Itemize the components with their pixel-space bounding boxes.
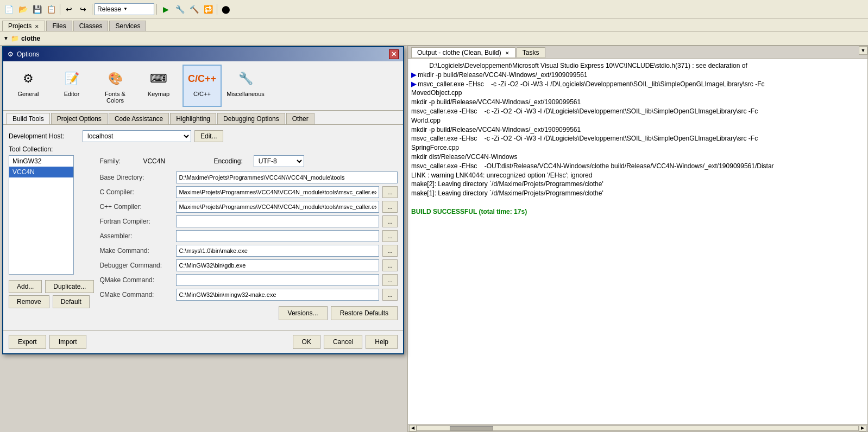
add-button[interactable]: Add... — [9, 280, 42, 293]
versions-button[interactable]: Versions... — [279, 306, 328, 320]
fortran-compiler-browse[interactable]: ... — [382, 215, 398, 227]
output-tabs: Output - clothe (Clean, Build) ✕ Tasks — [411, 47, 545, 58]
tab-files-label: Files — [52, 22, 66, 30]
export-button[interactable]: Export — [9, 335, 46, 349]
family-value: VCC4N — [143, 157, 186, 165]
fortran-compiler-input[interactable] — [176, 215, 379, 227]
duplicate-button[interactable]: Duplicate... — [45, 280, 94, 293]
output-tab-tasks[interactable]: Tasks — [517, 47, 545, 58]
import-button[interactable]: Import — [49, 335, 86, 349]
tab-projects[interactable]: Projects ✕ — [2, 21, 45, 31]
encoding-select[interactable]: UTF-8 UTF-16 ISO-8859-1 — [254, 155, 304, 167]
separator-4 — [217, 4, 217, 15]
output-line-2: ▶ mkdir -p build/Release/VCC4N-Windows/_… — [411, 71, 864, 80]
tab-services[interactable]: Services — [109, 21, 146, 31]
vcc4n-label: VCC4N — [12, 168, 35, 176]
options-icons-row: ⚙ General 📝 Editor 🎨 Fonts & Colors ⌨ Ke… — [3, 61, 403, 111]
tool-collection-label: Tool Collection: — [9, 145, 53, 153]
options-keymap[interactable]: ⌨ Keymap — [139, 65, 178, 107]
cpp-compiler-browse[interactable]: ... — [382, 201, 398, 213]
tab-classes[interactable]: Classes — [73, 21, 109, 31]
assembler-browse[interactable]: ... — [382, 230, 398, 242]
chevron-down-icon: ▼ — [123, 7, 128, 11]
c-compiler-input[interactable] — [176, 186, 379, 198]
close-button[interactable]: ✕ — [389, 49, 399, 59]
output-line-14: make[2]: Leaving directory `/d/Maxime/Pr… — [411, 180, 864, 189]
tab-highlighting[interactable]: Highlighting — [170, 113, 216, 124]
tab-code-assistance[interactable]: Code Assistance — [109, 113, 169, 124]
tab-debugging-options[interactable]: Debugging Options — [217, 113, 285, 124]
restore-defaults-button[interactable]: Restore Defaults — [331, 306, 398, 320]
separator-2 — [92, 4, 92, 15]
cmake-command-input[interactable] — [176, 289, 379, 301]
dev-host-select[interactable]: localhost — [83, 130, 191, 142]
options-fonts-colors[interactable]: 🎨 Fonts & Colors — [96, 65, 135, 107]
default-button[interactable]: Default — [53, 295, 90, 308]
scroll-left-button[interactable]: ◀ — [409, 425, 417, 431]
debug-button[interactable]: 🔧 — [173, 3, 186, 16]
tool-vcc4n[interactable]: VCC4N — [9, 167, 73, 177]
redo-button[interactable]: ↪ — [77, 3, 90, 16]
separator-1 — [60, 4, 60, 15]
options-title: Options — [17, 50, 39, 58]
undo-button[interactable]: ↩ — [62, 3, 76, 16]
tool-mingw32[interactable]: MinGW32 — [9, 156, 73, 167]
base-directory-row: Base Directory: — [99, 171, 398, 183]
make-command-input[interactable] — [176, 245, 379, 257]
output-header: Output - clothe (Clean, Build) ✕ Tasks — [408, 46, 867, 59]
build-button[interactable]: 🔨 — [187, 3, 200, 16]
horizontal-scrollbar[interactable] — [417, 425, 859, 431]
output-tab-build[interactable]: Output - clothe (Clean, Build) ✕ — [411, 47, 515, 58]
keymap-icon: ⌨ — [148, 68, 169, 90]
minimize-button[interactable]: ▼ — [859, 46, 867, 55]
options-misc[interactable]: 🔧 Miscellaneous — [226, 65, 265, 107]
project-name: clothe — [21, 35, 40, 42]
code-assistance-label: Code Assistance — [115, 115, 163, 123]
tab-projects-icon: ✕ — [35, 24, 39, 29]
scroll-right-button[interactable]: ▶ — [859, 425, 866, 431]
ok-button[interactable]: OK — [293, 335, 320, 349]
misc-label: Miscellaneous — [227, 91, 265, 97]
save-button[interactable]: 💾 — [30, 3, 43, 16]
save-all-button[interactable]: 📋 — [45, 3, 58, 16]
options-editor[interactable]: 📝 Editor — [52, 65, 91, 107]
qmake-command-input[interactable] — [176, 274, 379, 286]
tab-files[interactable]: Files — [46, 21, 72, 31]
assembler-input[interactable] — [176, 230, 379, 242]
output-header-left: Output - clothe (Clean, Build) ✕ Tasks — [411, 47, 545, 58]
cancel-button[interactable]: Cancel — [324, 335, 362, 349]
editor-label: Editor — [64, 91, 80, 97]
project-icon: 📁 — [11, 35, 19, 42]
edit-button[interactable]: Edit... — [194, 130, 223, 142]
tab-build-tools[interactable]: Build Tools — [7, 113, 50, 124]
output-tab-build-label: Output - clothe (Clean, Build) — [417, 49, 501, 56]
base-directory-input[interactable] — [176, 171, 398, 183]
debugger-command-browse[interactable]: ... — [382, 259, 398, 271]
fonts-colors-label: Fonts & Colors — [99, 91, 131, 104]
c-compiler-browse[interactable]: ... — [382, 186, 398, 198]
remove-button[interactable]: Remove — [9, 295, 49, 308]
tool-list-panel: MinGW32 VCC4N Add... Duplicate... Remove… — [9, 155, 94, 320]
new-file-button[interactable]: 📄 — [2, 3, 15, 16]
family-label: Family: — [99, 157, 132, 165]
extra-button[interactable]: ⬤ — [219, 3, 232, 16]
options-titlebar: ⚙ Options ✕ — [3, 47, 403, 61]
qmake-command-browse[interactable]: ... — [382, 274, 398, 286]
clean-button[interactable]: 🔁 — [202, 3, 215, 16]
help-button[interactable]: Help — [366, 335, 398, 349]
options-cpp[interactable]: C/C++ C/C++ — [183, 65, 222, 107]
output-line-7: World.cpp — [411, 116, 864, 125]
config-dropdown[interactable]: Release ▼ — [95, 3, 154, 15]
open-button[interactable]: 📂 — [16, 3, 29, 16]
tab-project-options[interactable]: Project Options — [51, 113, 108, 124]
output-line-3: ▶ msvc_caller.exe -EHsc -c -Zi -O2 -Oi -… — [411, 80, 864, 89]
cpp-compiler-input[interactable] — [176, 201, 379, 213]
other-label: Other — [292, 115, 309, 123]
run-button[interactable]: ▶ — [159, 3, 172, 16]
cmake-command-browse[interactable]: ... — [382, 289, 398, 301]
debugger-command-input[interactable] — [176, 259, 379, 271]
make-command-browse[interactable]: ... — [382, 245, 398, 257]
assembler-row: Assembler: ... — [99, 230, 398, 242]
options-general[interactable]: ⚙ General — [9, 65, 48, 107]
tab-other[interactable]: Other — [286, 113, 315, 124]
